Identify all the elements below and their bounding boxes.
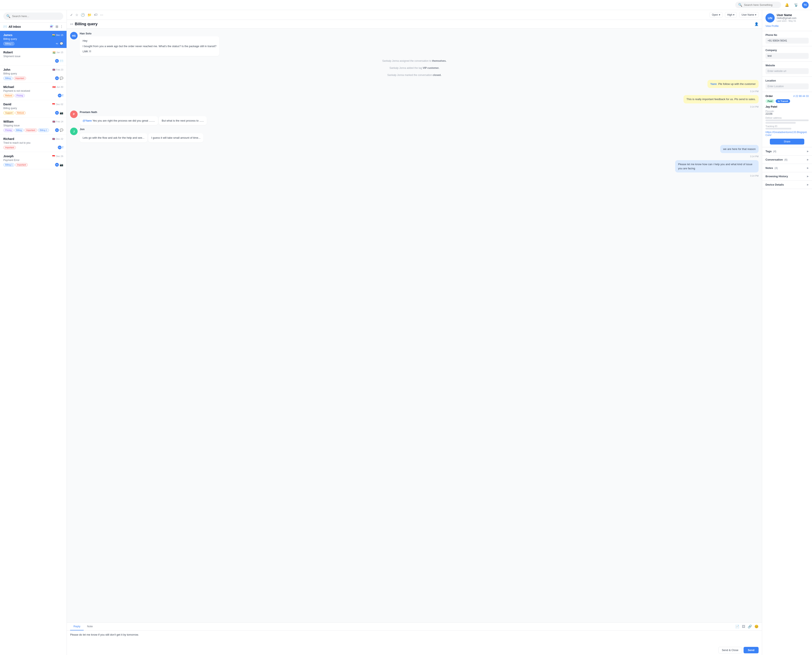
accordion-browsing-history-header[interactable]: Browsing History ▶ — [762, 172, 812, 180]
conv-meta-robert: TC ✉️ — [3, 59, 63, 63]
conv-avatar-tc: TC — [55, 42, 59, 45]
conv-date-james: 🇮🇳 Dec 15 — [52, 34, 63, 37]
field-location: Location Enter Location — [762, 77, 812, 92]
accordion-conversation-label: Conversation (6) — [766, 158, 787, 161]
message-yann-1: Yann Ple follow up with the customer 3:1… — [70, 80, 759, 93]
tag-important-william: Important — [25, 128, 37, 132]
inbox-title: ✉️ All Inbox — [3, 25, 21, 28]
assign-button[interactable]: User Name ▾ — [739, 12, 759, 17]
conv-date-joseph: 🇮🇩 Dec 26 — [52, 155, 63, 158]
timestamp-out-1: 3:14 PM — [750, 155, 759, 158]
sender-han: Han Solo — [80, 32, 759, 35]
inbox-icon: ✉️ — [3, 25, 7, 28]
top-search-bar[interactable]: 🔍 — [735, 2, 781, 8]
bubble-preetam-1: @Yann Yes you are right the process we d… — [80, 116, 158, 125]
top-search-input[interactable] — [744, 3, 777, 6]
order-section: Order # 22 88 44 33 Paid In Transit Jay … — [762, 92, 812, 147]
check-icon[interactable]: ✓ — [70, 13, 73, 17]
priority-label: High — [727, 13, 732, 16]
tab-note[interactable]: Note — [84, 623, 96, 630]
reply-input[interactable]: Please do let me know if you still don't… — [67, 630, 762, 645]
tag-icon[interactable]: 🏷 — [94, 13, 97, 17]
accordion-tags-arrow: ▶ — [807, 150, 809, 152]
mute-icon[interactable]: 👤 — [754, 22, 759, 26]
tag-important-joseph: Important — [15, 163, 28, 167]
more-options-icon[interactable]: ⋯ — [100, 13, 103, 17]
field-location-label: Location — [766, 79, 809, 82]
conv-name-david: David — [3, 103, 11, 106]
more-icon[interactable]: ⋮ — [60, 25, 63, 29]
conversation-item-david[interactable]: David 🇮🇩 Dec 02 Billing query Support Re… — [0, 100, 66, 117]
status-open-button[interactable]: Open ▾ — [710, 12, 722, 17]
timestamp-yann-2: 3:14 PM — [750, 106, 759, 108]
sidebar-search-input[interactable] — [12, 15, 60, 18]
conv-email-icon: ✉️ — [60, 59, 63, 63]
avatar-han-solo: HS — [70, 32, 78, 39]
reply-link-icon[interactable]: 🔗 — [748, 624, 752, 629]
accordion-notes-arrow: ▶ — [807, 167, 809, 169]
view-profile-link[interactable]: View Profile — [766, 25, 809, 28]
sidebar: 🔍 ✉️ All Inbox ⚗️ ⊞ ⋮ James 🇮🇳 — [0, 10, 67, 655]
send-close-button[interactable]: Send & Close — [718, 647, 742, 653]
conv-date-john: 🇬🇧 Feb 23 — [52, 68, 63, 71]
conv-name-michael: Michael — [3, 85, 14, 89]
accordion-device-details-header[interactable]: Device Details ▶ — [762, 181, 812, 189]
conv-chat-icon-william: 💬 — [60, 128, 63, 132]
accordion-tags-header[interactable]: Tags (4) ▶ — [762, 147, 812, 155]
reply-image-icon[interactable]: 🖼 — [742, 625, 745, 629]
send-button[interactable]: Send — [744, 647, 759, 653]
order-address-label: Deliver address: — [766, 117, 809, 119]
conv-channel-icon: 💬 — [60, 42, 63, 45]
conv-avatar-william-tc: TC — [55, 128, 59, 132]
order-link[interactable]: Https://Greatadventures133.Blogspot.Com/ — [766, 131, 809, 137]
conversation-item-joseph[interactable]: Joseph 🇮🇩 Dec 26 Payment Error Billing 1… — [0, 152, 66, 169]
conversation-item-william[interactable]: William 🇬🇧 Feb 14 Shipping issue Pricing… — [0, 117, 66, 135]
filter-icon[interactable]: ⚗️ — [50, 25, 54, 29]
timestamp-yann-1: 3:14 PM — [750, 90, 759, 92]
field-phone-value: +91 93834 56341 — [766, 38, 809, 44]
conversation-item-john[interactable]: John 🇬🇧 Feb 23 Billing query Billing Imp… — [0, 66, 66, 83]
accordion-tags: Tags (4) ▶ — [762, 147, 812, 155]
conv-meta-james: Billing 1 TC 💬 — [3, 42, 63, 45]
message-han-solo: HS Han Solo Hey I bought from you a week… — [70, 32, 759, 56]
priority-button[interactable]: High ▾ — [725, 12, 737, 17]
accordion-conversation-header[interactable]: Conversation (6) ▶ — [762, 155, 812, 164]
order-address-field: Deliver address: — [766, 117, 809, 124]
conv-name-john: John — [3, 68, 10, 71]
message-group-yann-1: Yann Ple follow up with the customer 3:1… — [707, 80, 759, 93]
sidebar-search-bar[interactable]: 🔍 — [3, 12, 63, 20]
user-email: Hello@gmail.com — [777, 17, 809, 20]
tag-billing1: Billing 1 — [3, 42, 14, 45]
user-avatar-top[interactable]: TC — [802, 2, 809, 8]
clock-icon[interactable]: 🕐 — [81, 13, 85, 17]
conversation-item-michael[interactable]: Michael 🇨🇦 Jun 30 Payment is not receive… — [0, 83, 66, 100]
settings-icon[interactable]: ⊞ — [55, 25, 58, 29]
chat-title: Billing query — [75, 22, 97, 26]
conv-meta-richard: Important TC f — [3, 146, 63, 149]
feed-icon[interactable]: 📡 — [793, 2, 800, 8]
field-website: Website Enter website url — [762, 62, 812, 77]
chat-messages: HS Han Solo Hey I bought from you a week… — [67, 29, 762, 623]
conversation-item-richard[interactable]: Richard 🇬🇧 Dec 22 Tried to reach out to … — [0, 135, 66, 152]
accordion-device-details-label: Device Details — [766, 183, 784, 186]
conversation-item-robert[interactable]: Robert 🇮🇳 Jan 15 Shipment issue TC ✉️ — [0, 48, 66, 66]
tag-support-david: Support — [3, 111, 14, 115]
tag-important-richard: Important — [3, 146, 16, 149]
accordion-notes-header[interactable]: Notes (4) ▶ — [762, 164, 812, 172]
message-out-2: Please let me know how can i help you an… — [70, 160, 759, 177]
share-button[interactable]: Share — [770, 139, 804, 145]
reply-doc-icon[interactable]: 📄 — [735, 624, 740, 629]
order-address-bar-2 — [766, 122, 796, 124]
field-website-value: Enter website url — [766, 68, 809, 74]
star-icon[interactable]: ☆ — [75, 13, 78, 17]
tab-reply[interactable]: Reply — [70, 623, 84, 630]
order-tracking-field: Tracking ID: — [766, 125, 809, 129]
folder-icon[interactable]: 📁 — [88, 13, 92, 17]
conv-subject-robert: Shipment issue — [3, 55, 63, 58]
badge-in-transit: In Transit — [776, 99, 790, 103]
reply-emoji-icon[interactable]: 😊 — [754, 624, 759, 629]
tag-billing1-joseph: Billing 1 — [3, 163, 14, 167]
notification-icon[interactable]: 🔔 — [784, 2, 790, 8]
conversation-item-james[interactable]: James 🇮🇳 Dec 15 Billing query Billing 1 … — [0, 31, 66, 48]
conv-subject-john: Billing query — [3, 72, 63, 75]
